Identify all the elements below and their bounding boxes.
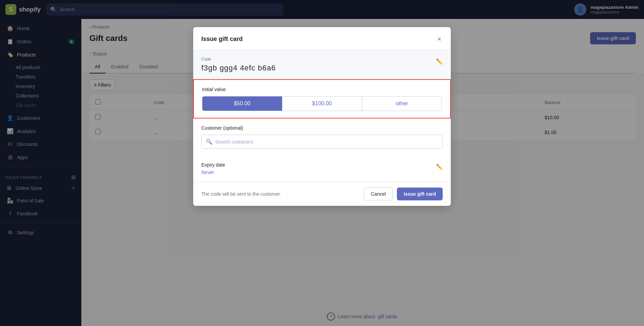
value-option-other[interactable]: other [362, 96, 442, 111]
modal-issue-button[interactable]: Issue gift card [397, 188, 443, 200]
cancel-button[interactable]: Cancel [364, 188, 393, 200]
value-option-50[interactable]: $50.00 [202, 96, 282, 111]
footer-note: The code will be sent to the customer. [201, 191, 281, 197]
initial-value-section: Initial value $50.00 $100.00 other [193, 79, 451, 118]
expiry-section: Expiry date Never ✏️ [193, 155, 451, 182]
customer-search-wrapper: 🔍 [201, 135, 443, 149]
issue-gift-card-modal: Issue gift card × Code f3gb ggg4 4efc b6… [193, 27, 451, 206]
expiry-label: Expiry date [201, 162, 225, 168]
customer-section: Customer (optional) 🔍 [193, 118, 451, 155]
code-info: Code f3gb ggg4 4efc b6a6 [201, 57, 276, 72]
code-value: f3gb ggg4 4efc b6a6 [201, 64, 276, 72]
expiry-info: Expiry date Never [201, 162, 225, 175]
customer-label: Customer (optional) [201, 125, 443, 131]
code-section: Code f3gb ggg4 4efc b6a6 ✏️ [193, 50, 451, 79]
modal-close-button[interactable]: × [436, 34, 443, 44]
modal-footer: The code will be sent to the customer. C… [193, 182, 451, 206]
expiry-value[interactable]: Never [201, 170, 225, 175]
edit-code-icon[interactable]: ✏️ [436, 58, 443, 65]
modal-body: Code f3gb ggg4 4efc b6a6 ✏️ Initial valu… [193, 50, 451, 182]
value-options: $50.00 $100.00 other [202, 96, 442, 111]
footer-actions: Cancel Issue gift card [364, 188, 443, 200]
customer-search-input[interactable] [215, 139, 438, 145]
edit-expiry-icon[interactable]: ✏️ [436, 164, 443, 170]
modal-header: Issue gift card × [193, 27, 451, 50]
modal-overlay[interactable]: Issue gift card × Code f3gb ggg4 4efc b6… [0, 0, 644, 326]
modal-title: Issue gift card [201, 36, 243, 43]
initial-value-label: Initial value [202, 87, 442, 92]
code-label: Code [201, 57, 276, 62]
value-option-100[interactable]: $100.00 [282, 96, 362, 111]
search-icon: 🔍 [206, 138, 213, 145]
